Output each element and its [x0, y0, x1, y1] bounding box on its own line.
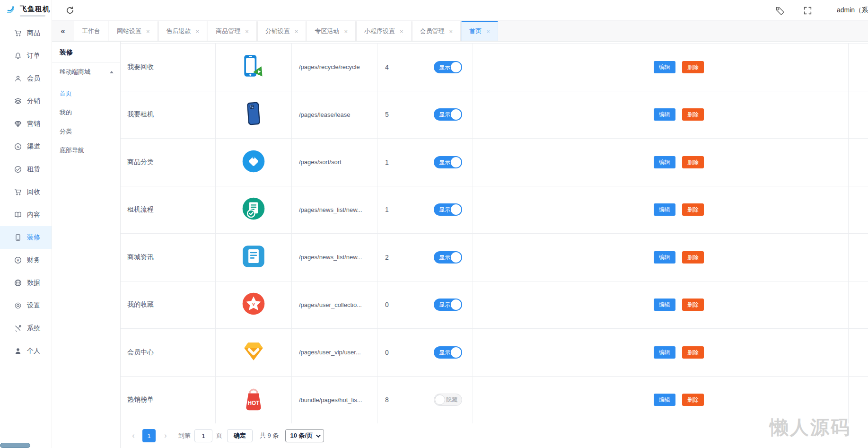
goto-confirm-button[interactable]: 确定 — [227, 429, 253, 442]
sidebar-item-system[interactable]: 系统 — [0, 317, 52, 340]
cell-nav-visible: 隐藏 — [425, 377, 473, 424]
panel-item-分类[interactable]: 分类 — [52, 122, 120, 141]
visibility-toggle[interactable]: 显示 — [434, 299, 462, 311]
sidebar-item-settings[interactable]: 设置 — [0, 294, 52, 317]
tab-label: 分销设置 — [265, 27, 290, 35]
close-icon[interactable]: × — [344, 28, 348, 35]
prev-page-button[interactable]: ‹ — [128, 431, 139, 440]
sidebar-item-profile[interactable]: 个人 — [0, 340, 52, 362]
sidebar-item-label: 装修 — [27, 233, 40, 242]
cell-nav-visible: 显示 — [425, 329, 473, 376]
edit-button[interactable]: 编辑 — [654, 394, 675, 406]
edit-button[interactable]: 编辑 — [654, 156, 675, 168]
tab-工作台[interactable]: 工作台 — [74, 21, 108, 41]
delete-button[interactable]: 删除 — [682, 299, 704, 311]
cell-nav-name: 商城资讯 — [121, 234, 216, 281]
close-icon[interactable]: × — [245, 28, 249, 35]
sidebar-item-orders[interactable]: 订单 — [0, 44, 52, 67]
visibility-toggle[interactable]: 显示 — [434, 203, 462, 216]
tab-商品管理[interactable]: 商品管理× — [208, 21, 257, 41]
visibility-toggle[interactable]: 显示 — [434, 108, 462, 121]
panel-item-首页[interactable]: 首页 — [52, 84, 120, 103]
panel-group-mobile-mall[interactable]: 移动端商城 — [52, 62, 120, 81]
next-page-button[interactable]: › — [160, 431, 171, 440]
sidebar-item-finance[interactable]: ¥财务 — [0, 249, 52, 272]
tab-小程序设置[interactable]: 小程序设置× — [356, 21, 412, 41]
edit-button[interactable]: 编辑 — [654, 108, 675, 121]
close-icon[interactable]: × — [146, 28, 150, 35]
sidebar-item-distribution[interactable]: 分销 — [0, 90, 52, 113]
collapse-sidebar-icon[interactable]: « — [52, 21, 74, 41]
visibility-toggle[interactable]: 显示 — [434, 251, 462, 264]
delete-button[interactable]: 删除 — [682, 156, 704, 168]
cell-nav-actions: 编辑删除 — [473, 377, 868, 424]
goto-page-input[interactable] — [194, 429, 212, 442]
cell-nav-sort: 8 — [377, 377, 425, 424]
sidebar-item-members[interactable]: 会员 — [0, 67, 52, 90]
globe-icon — [14, 279, 22, 287]
tab-分销设置[interactable]: 分销设置× — [257, 21, 307, 41]
visibility-toggle[interactable]: 显示 — [434, 61, 462, 73]
delete-button[interactable]: 删除 — [682, 394, 704, 406]
panel-item-我的[interactable]: 我的 — [52, 103, 120, 122]
cell-nav-actions: 编辑删除 — [473, 186, 868, 234]
panel-item-label: 底部导航 — [60, 146, 84, 155]
panel-item-底部导航[interactable]: 底部导航 — [52, 141, 120, 160]
tab-会员管理[interactable]: 会员管理× — [412, 21, 461, 41]
tab-首页[interactable]: 首页× — [461, 21, 498, 41]
visibility-toggle[interactable]: 显示 — [434, 156, 462, 168]
sidebar-item-channel[interactable]: S渠道 — [0, 135, 52, 158]
close-icon[interactable]: × — [400, 28, 403, 35]
news-doc-icon — [240, 243, 267, 272]
toggle-knob — [435, 395, 445, 405]
cell-nav-actions: 编辑删除 — [473, 234, 868, 281]
table-row: 我要租机/pages/lease/lease5显示编辑删除 — [121, 91, 868, 139]
visibility-toggle[interactable]: 隐藏 — [434, 394, 462, 406]
page-size-value: 10 条/页 — [290, 431, 313, 440]
scrollbar-thumb[interactable] — [0, 443, 30, 448]
cart-icon — [14, 29, 22, 37]
close-icon[interactable]: × — [295, 28, 298, 35]
delete-button[interactable]: 删除 — [682, 61, 704, 73]
user-menu[interactable]: admin（系统 — [837, 6, 868, 15]
page-size-select[interactable]: 10 条/页 — [285, 429, 324, 442]
close-icon[interactable]: × — [196, 28, 200, 35]
sidebar-item-marketing[interactable]: 营销 — [0, 113, 52, 135]
cell-nav-path: /pages/user_vip/user... — [292, 329, 377, 376]
cell-nav-sort: 0 — [377, 329, 425, 376]
edit-button[interactable]: 编辑 — [654, 61, 675, 73]
sidebar-item-lease[interactable]: 租赁 — [0, 158, 52, 181]
edit-button[interactable]: 编辑 — [654, 251, 675, 264]
sidebar-item-recycle[interactable]: 回收 — [0, 181, 52, 203]
delete-button[interactable]: 删除 — [682, 203, 704, 216]
tab-售后退款[interactable]: 售后退款× — [158, 21, 208, 41]
sidebar-item-decorate[interactable]: 装修 — [0, 226, 52, 249]
edit-button[interactable]: 编辑 — [654, 346, 675, 359]
tag-icon[interactable] — [775, 6, 784, 15]
delete-button[interactable]: 删除 — [682, 251, 704, 264]
panel-item-label: 我的 — [60, 108, 72, 117]
fullscreen-icon[interactable] — [803, 6, 812, 15]
svg-text:v: v — [252, 302, 255, 307]
edit-button[interactable]: 编辑 — [654, 299, 675, 311]
close-icon[interactable]: × — [486, 28, 490, 35]
cell-nav-sort: 4 — [377, 44, 425, 91]
visibility-toggle[interactable]: 显示 — [434, 346, 462, 359]
goto-page-suffix: 页 — [216, 431, 222, 440]
sidebar-item-label: 财务 — [27, 256, 40, 264]
table-row: 我要回收/pages/recycle/recycle4显示编辑删除 — [121, 44, 868, 91]
page-number-button[interactable]: 1 — [142, 429, 156, 442]
sidebar-item-goods[interactable]: 商品 — [0, 22, 52, 44]
delete-button[interactable]: 删除 — [682, 346, 704, 359]
sidebar-item-content[interactable]: 内容 — [0, 203, 52, 226]
refresh-icon[interactable] — [65, 6, 75, 15]
sidebar-item-data[interactable]: 数据 — [0, 272, 52, 294]
close-icon[interactable]: × — [449, 28, 453, 35]
delete-button[interactable]: 删除 — [682, 108, 704, 121]
tab-label: 会员管理 — [420, 27, 445, 35]
caret-up-icon — [110, 71, 114, 73]
doc-check-circle-icon — [240, 195, 267, 224]
tab-专区活动[interactable]: 专区活动× — [307, 21, 356, 41]
tab-网站设置[interactable]: 网站设置× — [109, 21, 158, 41]
edit-button[interactable]: 编辑 — [654, 203, 675, 216]
